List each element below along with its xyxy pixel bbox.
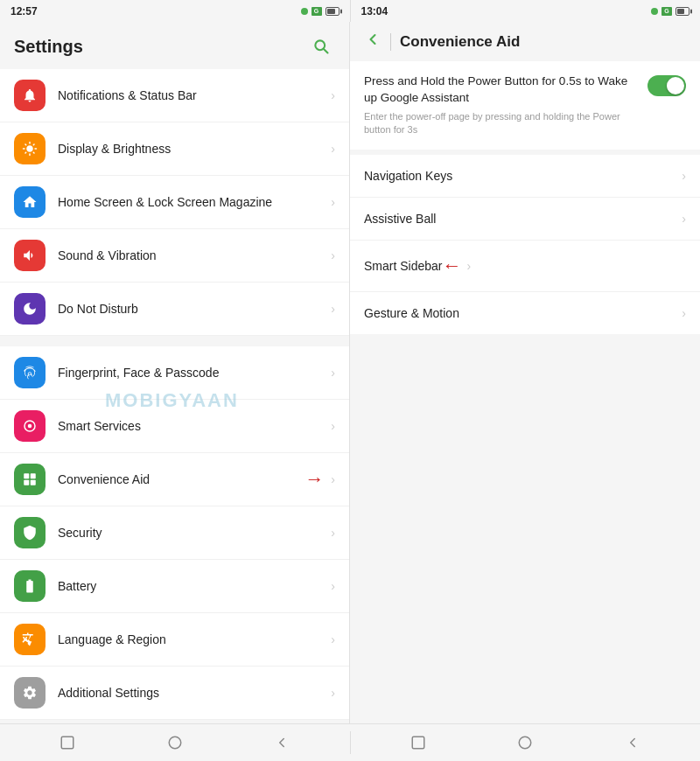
right-menu-navkeys[interactable]: Navigation Keys › xyxy=(350,155,700,198)
svg-point-3 xyxy=(28,424,32,429)
power-button-toggle-text: Press and Hold the Power Button for 0.5s… xyxy=(364,73,637,137)
right-menu-smartsidebar[interactable]: Smart Sidebar ← › xyxy=(350,241,700,292)
fingerprint-icon xyxy=(14,357,46,388)
right-panel-title: Convenience Aid xyxy=(400,33,520,51)
settings-item-battery[interactable]: Battery › xyxy=(0,560,349,613)
svg-point-11 xyxy=(520,737,532,749)
convenienceaid-arrow: › xyxy=(331,472,335,486)
left-nav-circle-btn[interactable] xyxy=(163,730,187,755)
svg-line-1 xyxy=(324,49,328,53)
additional-label: Additional Settings xyxy=(58,685,324,701)
homescreen-icon xyxy=(14,186,46,218)
donotdisturb-label: Do Not Disturb xyxy=(58,301,324,317)
sound-label: Sound & Vibration xyxy=(58,248,324,263)
settings-item-smartservices[interactable]: Smart Services › xyxy=(0,400,349,453)
settings-item-donotdisturb[interactable]: Do Not Disturb › xyxy=(0,283,349,336)
additional-arrow: › xyxy=(331,686,335,700)
smartsidebar-red-arrow-icon: ← xyxy=(442,255,461,277)
settings-item-notifications[interactable]: Notifications & Status Bar › xyxy=(0,69,349,122)
smartsidebar-label: Smart Sidebar xyxy=(364,259,442,273)
back-button[interactable] xyxy=(364,31,382,52)
main-content: MOBIGYAAN Settings xyxy=(0,22,700,723)
settings-item-homescreen[interactable]: Home Screen & Lock Screen Magazine › xyxy=(0,176,349,229)
left-time: 12:57 xyxy=(10,5,38,17)
menu-items-card: Navigation Keys › Assistive Ball › Smart… xyxy=(350,155,700,334)
settings-item-security[interactable]: Security › xyxy=(0,506,349,560)
right-nav-square-btn[interactable] xyxy=(406,730,430,755)
settings-item-fingerprint[interactable]: Fingerprint, Face & Passcode › xyxy=(0,346,349,400)
fingerprint-label: Fingerprint, Face & Passcode xyxy=(58,365,324,380)
right-nav-section xyxy=(351,724,701,761)
right-nav-back-btn[interactable] xyxy=(620,730,645,755)
right-content: Press and Hold the Power Button for 0.5s… xyxy=(350,61,700,723)
notifications-arrow: › xyxy=(331,88,335,102)
right-battery-icon xyxy=(676,7,690,16)
settings-title: Settings xyxy=(14,37,83,57)
display-arrow: › xyxy=(331,142,335,156)
power-button-card: Press and Hold the Power Button for 0.5s… xyxy=(350,61,700,150)
right-header: Convenience Aid xyxy=(350,22,700,61)
smartservices-arrow: › xyxy=(331,419,335,433)
right-time: 13:04 xyxy=(361,5,388,17)
settings-item-language[interactable]: Language & Region › xyxy=(0,613,349,667)
svg-point-9 xyxy=(169,737,181,749)
right-menu-assistiveball[interactable]: Assistive Ball › xyxy=(350,198,700,241)
section-divider-1 xyxy=(0,339,349,346)
left-header: Settings xyxy=(0,22,349,69)
assistiveball-arrow: › xyxy=(682,212,686,226)
left-status-bar: 12:57 G xyxy=(0,0,351,22)
navigation-bar xyxy=(0,723,700,761)
battery-label: Battery xyxy=(58,578,324,594)
settings-item-display[interactable]: Display & Brightness › xyxy=(0,122,349,176)
display-icon xyxy=(14,133,46,164)
battery-arrow: › xyxy=(331,579,335,593)
navkeys-label: Navigation Keys xyxy=(364,169,682,183)
sound-icon xyxy=(14,240,46,271)
notifications-label: Notifications & Status Bar xyxy=(58,87,324,103)
battery-icon xyxy=(326,7,340,16)
settings-list: Notifications & Status Bar › Display & B… xyxy=(0,69,349,723)
homescreen-arrow: › xyxy=(331,195,335,209)
power-button-toggle-row: Press and Hold the Power Button for 0.5s… xyxy=(364,73,686,137)
settings-section-1: Notifications & Status Bar › Display & B… xyxy=(0,69,349,336)
notification-dot xyxy=(301,8,308,15)
right-nav-circle-btn[interactable] xyxy=(513,730,537,755)
power-button-title: Press and Hold the Power Button for 0.5s… xyxy=(364,73,637,107)
security-label: Security xyxy=(58,525,324,541)
smartservices-label: Smart Services xyxy=(58,418,324,434)
settings-item-convenienceaid[interactable]: Convenience Aid ← › xyxy=(0,453,349,506)
svg-rect-7 xyxy=(31,480,36,485)
power-button-toggle-switch[interactable] xyxy=(648,75,686,96)
convenienceaid-label: Convenience Aid xyxy=(58,471,301,487)
right-menu-gesture[interactable]: Gesture & Motion › xyxy=(350,292,700,334)
language-arrow: › xyxy=(331,632,335,646)
svg-rect-5 xyxy=(31,473,36,478)
smartsidebar-arrow: › xyxy=(466,259,471,273)
language-label: Language & Region xyxy=(58,632,324,647)
security-arrow: › xyxy=(331,526,335,540)
left-nav-section xyxy=(0,724,350,761)
sim-icon: G xyxy=(312,7,322,16)
header-divider xyxy=(390,33,391,51)
svg-rect-4 xyxy=(24,473,29,478)
right-notification-dot xyxy=(651,8,658,15)
left-nav-square-btn[interactable] xyxy=(55,730,80,755)
settings-item-additional[interactable]: Additional Settings › xyxy=(0,667,349,720)
right-status-icons: G xyxy=(651,7,690,16)
settings-item-sound[interactable]: Sound & Vibration › xyxy=(0,229,349,283)
search-button[interactable] xyxy=(307,32,335,60)
power-button-subtitle: Enter the power-off page by pressing and… xyxy=(364,110,637,137)
convenienceaid-red-arrow-icon: ← xyxy=(304,468,324,491)
assistiveball-label: Assistive Ball xyxy=(364,212,682,226)
language-icon xyxy=(14,624,46,655)
left-nav-back-btn[interactable] xyxy=(270,730,294,755)
smartsidebar-row: Smart Sidebar ← xyxy=(364,255,466,277)
svg-rect-8 xyxy=(62,737,74,749)
right-panel: Convenience Aid Press and Hold the Power… xyxy=(350,22,700,723)
smartservices-icon xyxy=(14,410,46,442)
settings-section-2: Fingerprint, Face & Passcode › Smart Ser… xyxy=(0,346,349,720)
notifications-icon xyxy=(14,80,46,111)
left-status-icons: G xyxy=(301,7,340,16)
convenienceaid-annotation: ← xyxy=(304,468,324,491)
right-status-bar: 13:04 G xyxy=(351,0,701,22)
